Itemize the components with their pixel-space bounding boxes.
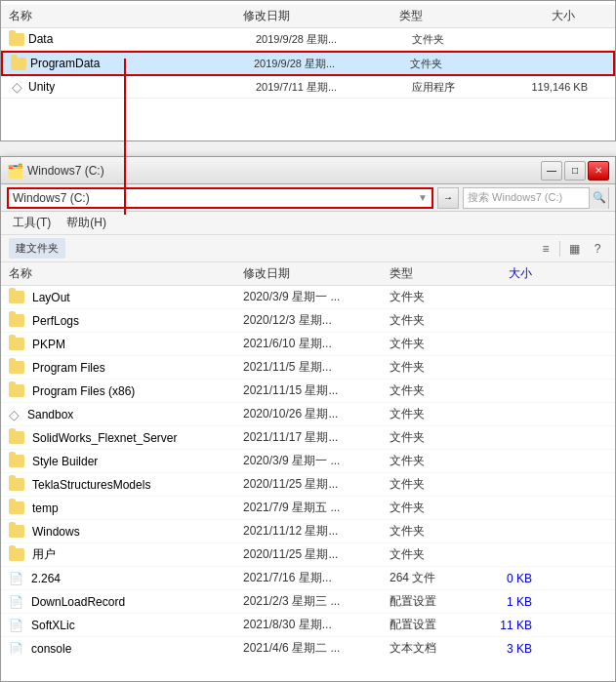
bottom-file-name-10: Windows xyxy=(9,525,243,539)
file-date-programdata: 2019/9/28 星期... xyxy=(254,57,410,71)
title-bar-title: Windows7 (C:) xyxy=(27,164,104,178)
bottom-col-header-name: 名称 xyxy=(9,265,243,282)
bottom-file-row[interactable]: 用户 2020/11/25 星期... 文件夹 xyxy=(1,543,615,567)
bottom-file-type-9: 文件夹 xyxy=(390,500,468,516)
file-date-data: 2019/9/28 星期... xyxy=(256,32,412,47)
bottom-col-header-size: 大小 xyxy=(468,265,536,282)
bottom-file-date-10: 2021/11/12 星期... xyxy=(243,523,390,540)
bottom-file-name-8: TeklaStructuresModels xyxy=(9,478,243,492)
top-file-row-data[interactable]: Data 2019/9/28 星期... 文件夹 xyxy=(1,28,615,51)
bottom-file-row[interactable]: Style Builder 2020/3/9 星期一 ... 文件夹 xyxy=(1,450,615,473)
address-input[interactable]: Windows7 (C:) ▼ xyxy=(7,187,433,209)
bottom-file-row[interactable]: TeklaStructuresModels 2020/11/25 星期... 文… xyxy=(1,473,615,497)
bottom-file-name-9: temp xyxy=(9,501,243,515)
bottom-file-date-11: 2020/11/25 星期... xyxy=(243,546,390,563)
bottom-file-type-5: 文件夹 xyxy=(390,406,468,422)
bottom-file-date-1: 2020/12/3 星期... xyxy=(243,312,390,329)
bottom-file-type-0: 文件夹 xyxy=(390,289,468,305)
view-grid-icon[interactable]: ▦ xyxy=(564,239,584,259)
bottom-file-date-15: 2021/4/6 星期二 ... xyxy=(243,640,390,654)
menu-item-tools[interactable]: 工具(T) xyxy=(9,214,55,232)
file-size-unity: 119,146 KB xyxy=(510,81,607,93)
top-file-row-unity[interactable]: ◇ Unity 2019/7/11 星期... 应用程序 119,146 KB xyxy=(1,76,615,99)
bottom-file-name-1: PerfLogs xyxy=(9,314,243,328)
file-type-unity: 应用程序 xyxy=(412,80,510,95)
toolbar-right: ≡ ▦ ? xyxy=(536,239,607,259)
bottom-file-row[interactable]: 📄2.264 2021/7/16 星期... 264 文件 0 KB xyxy=(1,567,615,590)
view-list-icon[interactable]: ≡ xyxy=(536,239,555,259)
bottom-file-row[interactable]: PerfLogs 2020/12/3 星期... 文件夹 xyxy=(1,309,615,333)
col-header-size: 大小 xyxy=(497,8,595,24)
app-icon-unity: ◇ xyxy=(9,79,24,95)
bottom-file-name-3: Program Files xyxy=(9,361,243,375)
file-rows-container: LayOut 2020/3/9 星期一 ... 文件夹 PerfLogs 202… xyxy=(1,286,615,654)
address-bar: Windows7 (C:) ▼ → 搜索 Windows7 (C:) 🔍 xyxy=(1,184,615,212)
search-button[interactable]: 🔍 xyxy=(589,187,608,209)
bottom-file-name-7: Style Builder xyxy=(9,455,243,468)
menu-bar: 工具(T) 帮助(H) xyxy=(1,212,615,235)
bottom-file-row[interactable]: temp 2021/7/9 星期五 ... 文件夹 xyxy=(1,497,615,520)
folder-icon xyxy=(9,31,24,47)
file-name-programdata: ProgramData xyxy=(30,57,254,70)
bottom-file-date-8: 2020/11/25 星期... xyxy=(243,476,390,493)
bottom-file-date-0: 2020/3/9 星期一 ... xyxy=(243,289,390,305)
bottom-file-date-7: 2020/3/9 星期一 ... xyxy=(243,453,390,469)
bottom-file-row[interactable]: Windows 2021/11/12 星期... 文件夹 xyxy=(1,520,615,543)
bottom-file-type-11: 文件夹 xyxy=(390,546,468,563)
bottom-file-row[interactable]: 📄SoftXLic 2021/8/30 星期... 配置设置 11 KB xyxy=(1,614,615,637)
file-type-data: 文件夹 xyxy=(412,32,510,47)
bottom-file-type-13: 配置设置 xyxy=(390,593,468,610)
menu-item-help[interactable]: 帮助(H) xyxy=(62,214,110,232)
bottom-file-type-6: 文件夹 xyxy=(390,429,468,446)
file-date-unity: 2019/7/11 星期... xyxy=(256,80,412,95)
bottom-file-size-15: 3 KB xyxy=(468,642,536,655)
col-header-type: 类型 xyxy=(399,8,497,24)
folder-icon-programdata xyxy=(11,56,26,71)
bottom-file-type-3: 文件夹 xyxy=(390,359,468,376)
bottom-file-date-9: 2021/7/9 星期五 ... xyxy=(243,500,390,516)
view-help-icon[interactable]: ? xyxy=(588,239,607,259)
close-button[interactable]: ✕ xyxy=(588,161,609,181)
bottom-file-row[interactable]: 📄console 2021/4/6 星期二 ... 文本文档 3 KB xyxy=(1,637,615,654)
bottom-file-row[interactable]: PKPM 2021/6/10 星期... 文件夹 xyxy=(1,333,615,356)
bottom-file-row[interactable]: LayOut 2020/3/9 星期一 ... 文件夹 xyxy=(1,286,615,309)
bottom-file-name-14: 📄SoftXLic xyxy=(9,619,243,632)
bottom-col-header-type: 类型 xyxy=(390,265,468,282)
bottom-file-size-14: 11 KB xyxy=(468,619,536,632)
minimize-button[interactable]: — xyxy=(541,161,562,181)
bottom-col-header-date: 修改日期 xyxy=(243,265,390,282)
file-name-unity: Unity xyxy=(28,80,256,94)
title-bar-left: 🗂️ Windows7 (C:) xyxy=(7,163,104,179)
bottom-file-size-13: 1 KB xyxy=(468,595,536,609)
bottom-file-name-0: LayOut xyxy=(9,291,243,304)
bottom-file-row[interactable]: 📄DownLoadRecord 2021/2/3 星期三 ... 配置设置 1 … xyxy=(1,590,615,614)
bottom-file-row[interactable]: Program Files (x86) 2021/11/15 星期... 文件夹 xyxy=(1,380,615,403)
top-file-row-programdata[interactable]: ProgramData 2019/9/28 星期... 文件夹 xyxy=(1,51,615,76)
file-list-area[interactable]: 名称 修改日期 类型 大小 LayOut 2020/3/9 星期一 ... 文件… xyxy=(1,262,615,654)
bottom-file-name-4: Program Files (x86) xyxy=(9,384,243,398)
file-name-data: Data xyxy=(28,32,256,46)
bottom-file-date-2: 2021/6/10 星期... xyxy=(243,336,390,352)
bottom-file-type-4: 文件夹 xyxy=(390,382,468,399)
bottom-file-row[interactable]: ◇Sandbox 2020/10/26 星期... 文件夹 xyxy=(1,403,615,426)
bottom-explorer: 🗂️ Windows7 (C:) — □ ✕ Windows7 (C:) ▼ →… xyxy=(0,156,616,682)
maximize-button[interactable]: □ xyxy=(564,161,586,181)
bottom-file-type-14: 配置设置 xyxy=(390,617,468,633)
address-go-button[interactable]: → xyxy=(437,187,459,209)
address-path-text: Windows7 (C:) xyxy=(13,191,90,205)
bottom-file-row[interactable]: SolidWorks_Flexnet_Server 2021/11/17 星期.… xyxy=(1,426,615,450)
col-header-date: 修改日期 xyxy=(243,8,399,24)
bottom-file-type-15: 文本文档 xyxy=(390,640,468,654)
bottom-file-date-3: 2021/11/5 星期... xyxy=(243,359,390,376)
bottom-file-date-5: 2020/10/26 星期... xyxy=(243,406,390,422)
bottom-file-row[interactable]: Program Files 2021/11/5 星期... 文件夹 xyxy=(1,356,615,380)
bottom-file-type-12: 264 文件 xyxy=(390,570,468,586)
bottom-file-date-6: 2021/11/17 星期... xyxy=(243,429,390,446)
bottom-file-type-8: 文件夹 xyxy=(390,476,468,493)
bottom-file-size-12: 0 KB xyxy=(468,572,536,585)
new-folder-button[interactable]: 建文件夹 xyxy=(9,238,65,259)
bottom-file-name-5: ◇Sandbox xyxy=(9,407,243,422)
bottom-file-header: 名称 修改日期 类型 大小 xyxy=(1,262,615,286)
bottom-file-date-14: 2021/8/30 星期... xyxy=(243,617,390,633)
file-type-programdata: 文件夹 xyxy=(410,57,508,71)
